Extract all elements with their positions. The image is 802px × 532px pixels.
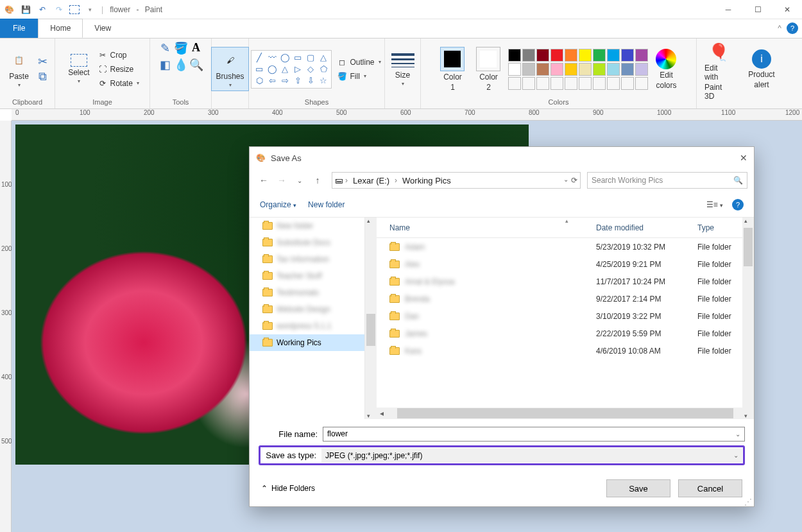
chevron-down-icon[interactable]: ⌄: [735, 431, 740, 438]
column-date[interactable]: Date modified: [596, 223, 697, 232]
eyedropper-icon[interactable]: 💧: [174, 58, 188, 72]
dialog-help-icon[interactable]: ?: [732, 199, 744, 210]
eraser-icon[interactable]: ◧: [158, 58, 173, 72]
folder-tree[interactable]: New folderSubstitute DocsTax Information…: [250, 218, 365, 419]
breadcrumb-drive[interactable]: Lexar (E:): [350, 176, 392, 185]
list-header[interactable]: ▴ Name Date modified Type: [377, 218, 754, 238]
list-item[interactable]: Alex4/25/2019 9:21 PMFile folder: [377, 255, 754, 273]
bucket-icon[interactable]: 🪣: [174, 41, 188, 55]
edit-colors-button[interactable]: Editcolors: [652, 47, 680, 91]
color1-button[interactable]: Color1: [436, 46, 468, 93]
fill-button[interactable]: 🪣Fill▾: [336, 70, 382, 83]
paint3d-button[interactable]: 🎈 Edit withPaint 3D: [701, 41, 737, 102]
edit-colors-icon: [656, 49, 676, 69]
search-input[interactable]: Search Working Pics 🔍: [587, 172, 747, 189]
search-icon: 🔍: [733, 176, 743, 185]
shapes-gallery[interactable]: ╱〰◯▭▢△ ▭◯△▷◇⬠ ⬡⇦⇨⇧⇩☆: [251, 50, 332, 89]
nav-recent-dropdown-icon[interactable]: ⌄: [292, 177, 307, 184]
size-button[interactable]: Size ▾: [388, 50, 418, 88]
rotate-button[interactable]: ⟳Rotate▾: [96, 77, 141, 90]
tree-item[interactable]: Teacher Stuff: [250, 268, 364, 284]
qat-dropdown-icon[interactable]: ▾: [83, 3, 96, 16]
hide-folders-button[interactable]: ⌃ Hide Folders: [261, 484, 315, 493]
filename-input[interactable]: flower ⌄: [323, 427, 745, 442]
list-item[interactable]: Dan3/10/2019 3:22 PMFile folder: [377, 307, 754, 325]
resize-grip-icon[interactable]: ⋰: [744, 499, 752, 504]
tree-scrollbar[interactable]: ▴ ▾: [365, 218, 377, 419]
list-item[interactable]: Amal & Elyssa11/7/2017 10:24 PMFile fold…: [377, 273, 754, 290]
refresh-icon[interactable]: ⟳: [571, 176, 577, 185]
resize-button[interactable]: ⛶Resize: [96, 63, 141, 76]
outline-button[interactable]: ◻Outline▾: [336, 56, 382, 69]
view-options-icon[interactable]: ☰≡ ▾: [706, 200, 723, 209]
maximize-button[interactable]: ☐: [743, 0, 772, 19]
list-hscrollbar[interactable]: ◂▸: [377, 408, 754, 419]
fill-icon: 🪣: [337, 71, 347, 82]
close-button[interactable]: ✕: [772, 0, 802, 19]
dialog-close-icon[interactable]: ✕: [740, 153, 747, 163]
tab-file[interactable]: File: [0, 19, 38, 38]
save-type-select[interactable]: JPEG (*.jpg;*.jpeg;*.jpe;*.jfif) ⌄: [321, 448, 742, 463]
minimize-button[interactable]: ─: [713, 0, 743, 19]
ribbon: 📋 Paste ▾ ✂ ⧉ Clipboard Select ▾ ✂Crop ⛶…: [0, 39, 802, 109]
color2-button[interactable]: Color2: [472, 46, 504, 93]
chevron-down-icon[interactable]: ⌄: [733, 452, 738, 459]
tree-item[interactable]: New folder: [250, 218, 364, 234]
address-bar[interactable]: 🖴 › Lexar (E:) › Working Pics ⌄ ⟳: [332, 172, 581, 189]
select-button[interactable]: Select ▾: [64, 53, 93, 85]
folder-icon: [389, 261, 400, 268]
nav-back-icon[interactable]: ←: [256, 175, 271, 185]
save-button[interactable]: Save: [606, 479, 670, 497]
folder-icon: [262, 239, 273, 246]
tree-item[interactable]: Working Pics: [250, 334, 364, 351]
new-folder-button[interactable]: New folder: [308, 200, 345, 209]
drive-icon: 🖴: [335, 176, 343, 185]
color-palette[interactable]: [508, 49, 648, 90]
pencil-icon[interactable]: ✎: [158, 41, 173, 55]
ruler-vertical: 100200300400500: [0, 121, 12, 532]
copy-icon[interactable]: ⧉: [36, 70, 50, 83]
document-title: flower: [110, 5, 130, 14]
save-as-type-highlight: Save as type: JPEG (*.jpg;*.jpeg;*.jpe;*…: [259, 445, 745, 465]
size-icon: [391, 51, 414, 69]
tree-item[interactable]: wordpress 5.1.1: [250, 318, 364, 334]
tree-item[interactable]: Website Design: [250, 301, 364, 318]
tab-home[interactable]: Home: [38, 19, 83, 38]
text-icon[interactable]: A: [189, 41, 203, 55]
tab-view[interactable]: View: [83, 19, 123, 38]
group-tools-label: Tools: [173, 97, 189, 107]
filename-label: File name:: [259, 429, 323, 439]
folder-icon: [262, 289, 273, 296]
nav-forward-icon[interactable]: →: [274, 175, 289, 185]
list-vscrollbar[interactable]: ▴ ▾: [742, 218, 754, 419]
nav-up-icon[interactable]: ↑: [310, 175, 325, 185]
list-item[interactable]: Adam5/23/2019 10:32 PMFile folder: [377, 238, 754, 255]
list-item[interactable]: James2/22/2019 5:59 PMFile folder: [377, 325, 754, 342]
list-item[interactable]: Kara4/6/2019 10:08 AMFile folder: [377, 342, 754, 359]
address-dropdown-icon[interactable]: ⌄: [563, 176, 568, 185]
list-item[interactable]: Brenda9/22/2017 2:14 PMFile folder: [377, 290, 754, 307]
save-icon[interactable]: 💾: [19, 3, 32, 16]
tree-item[interactable]: Substitute Docs: [250, 234, 364, 251]
breadcrumb-folder[interactable]: Working Pics: [400, 176, 454, 185]
cut-icon[interactable]: ✂: [36, 55, 50, 69]
tree-item[interactable]: Testimonials: [250, 284, 364, 301]
product-alert-button[interactable]: i Productalert: [744, 48, 778, 90]
help-icon[interactable]: ?: [787, 22, 798, 34]
column-name[interactable]: Name: [377, 223, 596, 232]
crop-button[interactable]: ✂Crop: [96, 49, 141, 62]
paste-button[interactable]: 📋 Paste ▾: [5, 49, 33, 89]
organize-button[interactable]: Organize ▾: [260, 200, 296, 209]
minimize-ribbon-icon[interactable]: ^: [778, 24, 781, 33]
redo-icon[interactable]: ↷: [53, 3, 65, 16]
app-title: Paint: [145, 5, 162, 14]
magnifier-icon[interactable]: 🔍: [189, 58, 203, 72]
resize-icon: ⛶: [98, 64, 108, 74]
paint3d-icon: 🎈: [708, 42, 729, 62]
tree-item[interactable]: Tax Information: [250, 251, 364, 268]
undo-icon[interactable]: ↶: [36, 3, 49, 16]
clipboard-icon: 📋: [9, 50, 30, 71]
brushes-button[interactable]: 🖌 Brushes ▾: [211, 47, 248, 91]
cancel-button[interactable]: Cancel: [678, 479, 742, 497]
select-box-icon[interactable]: [69, 5, 80, 14]
